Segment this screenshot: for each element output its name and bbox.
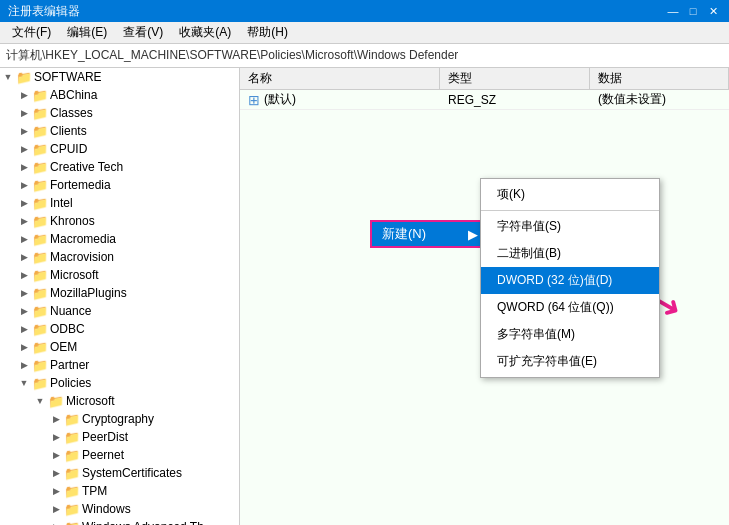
tree-item-peernet[interactable]: ▶📁Peernet (0, 446, 239, 464)
tree-toggle-partner[interactable]: ▶ (16, 357, 32, 373)
tree-item-peerdist[interactable]: ▶📁PeerDist (0, 428, 239, 446)
tree-label-pol-microsoft: Microsoft (66, 394, 115, 408)
tree-item-khronos[interactable]: ▶📁Khronos (0, 212, 239, 230)
minimize-button[interactable]: — (665, 3, 681, 19)
folder-icon-peerdist: 📁 (64, 429, 80, 445)
tree-label-macromedia: Macromedia (50, 232, 116, 246)
tree-label-fortemedia: Fortemedia (50, 178, 111, 192)
folder-icon-pol-microsoft: 📁 (48, 393, 64, 409)
folder-icon-microsoft: 📁 (32, 267, 48, 283)
tree-item-oem[interactable]: ▶📁OEM (0, 338, 239, 356)
tree-item-pol-microsoft[interactable]: ▼📁Microsoft (0, 392, 239, 410)
folder-icon-clients: 📁 (32, 123, 48, 139)
arrow-1-icon: ➜ (527, 189, 569, 235)
tree-toggle-windows-advanced[interactable]: ▶ (48, 519, 64, 525)
folder-icon-nuance: 📁 (32, 303, 48, 319)
menu-favorites[interactable]: 收藏夹(A) (171, 22, 239, 43)
tree-toggle-peerdist[interactable]: ▶ (48, 429, 64, 445)
submenu-item-multistring[interactable]: 多字符串值(M) (481, 321, 659, 348)
tree-item-tpm[interactable]: ▶📁TPM (0, 482, 239, 500)
close-button[interactable]: ✕ (705, 3, 721, 19)
title-bar-controls: — □ ✕ (665, 3, 721, 19)
tree-item-systemcerts[interactable]: ▶📁SystemCertificates (0, 464, 239, 482)
folder-icon-windows: 📁 (64, 501, 80, 517)
folder-icon-systemcerts: 📁 (64, 465, 80, 481)
tree-item-software[interactable]: ▼📁SOFTWARE (0, 68, 239, 86)
table-header: 名称 类型 数据 (240, 68, 729, 90)
tree-item-cryptography[interactable]: ▶📁Cryptography (0, 410, 239, 428)
folder-icon-macromedia: 📁 (32, 231, 48, 247)
submenu-item-string[interactable]: 字符串值(S) (481, 213, 659, 240)
tree-toggle-odbc[interactable]: ▶ (16, 321, 32, 337)
tree-toggle-abchina[interactable]: ▶ (16, 87, 32, 103)
tree-toggle-software[interactable]: ▼ (0, 69, 16, 85)
tree-toggle-microsoft[interactable]: ▶ (16, 267, 32, 283)
tree-item-windows-advanced[interactable]: ▶📁Windows Advanced Th... (0, 518, 239, 525)
tree-item-macromedia[interactable]: ▶📁Macromedia (0, 230, 239, 248)
col-header-type: 类型 (440, 68, 590, 89)
tree-label-windows-advanced: Windows Advanced Th... (82, 520, 214, 525)
tree-label-partner: Partner (50, 358, 89, 372)
tree-toggle-cryptography[interactable]: ▶ (48, 411, 64, 427)
tree-item-clients[interactable]: ▶📁Clients (0, 122, 239, 140)
folder-icon-fortemedia: 📁 (32, 177, 48, 193)
tree-item-nuance[interactable]: ▶📁Nuance (0, 302, 239, 320)
tree-toggle-windows[interactable]: ▶ (48, 501, 64, 517)
menu-view[interactable]: 查看(V) (115, 22, 171, 43)
tree-toggle-macromedia[interactable]: ▶ (16, 231, 32, 247)
tree-item-microsoft[interactable]: ▶📁Microsoft (0, 266, 239, 284)
tree-toggle-classes[interactable]: ▶ (16, 105, 32, 121)
tree-item-fortemedia[interactable]: ▶📁Fortemedia (0, 176, 239, 194)
tree-toggle-systemcerts[interactable]: ▶ (48, 465, 64, 481)
tree-label-odbc: ODBC (50, 322, 85, 336)
tree-label-cryptography: Cryptography (82, 412, 154, 426)
tree-toggle-clients[interactable]: ▶ (16, 123, 32, 139)
folder-icon-mozillaplugins: 📁 (32, 285, 48, 301)
tree-item-windows[interactable]: ▶📁Windows (0, 500, 239, 518)
tree-label-classes: Classes (50, 106, 93, 120)
menu-help[interactable]: 帮助(H) (239, 22, 296, 43)
tree-item-abchina[interactable]: ▶📁ABChina (0, 86, 239, 104)
menu-edit[interactable]: 编辑(E) (59, 22, 115, 43)
tree-panel[interactable]: ▼📁SOFTWARE▶📁ABChina▶📁Classes▶📁Clients▶📁C… (0, 68, 240, 525)
submenu-item-expandstring[interactable]: 可扩充字符串值(E) (481, 348, 659, 375)
submenu-item-qword[interactable]: QWORD (64 位值(Q)) (481, 294, 659, 321)
tree-toggle-fortemedia[interactable]: ▶ (16, 177, 32, 193)
table-row[interactable]: ⊞ (默认) REG_SZ (数值未设置) (240, 90, 729, 110)
tree-toggle-pol-microsoft[interactable]: ▼ (32, 393, 48, 409)
submenu-multistring-label: 多字符串值(M) (497, 326, 575, 343)
menu-file[interactable]: 文件(F) (4, 22, 59, 43)
tree-toggle-oem[interactable]: ▶ (16, 339, 32, 355)
folder-icon-intel: 📁 (32, 195, 48, 211)
submenu-item-dword[interactable]: DWORD (32 位)值(D) (481, 267, 659, 294)
submenu-separator-1 (481, 210, 659, 211)
tree-item-classes[interactable]: ▶📁Classes (0, 104, 239, 122)
submenu-item-binary[interactable]: 二进制值(B) (481, 240, 659, 267)
tree-toggle-cpuid[interactable]: ▶ (16, 141, 32, 157)
tree-toggle-creativetech[interactable]: ▶ (16, 159, 32, 175)
tree-toggle-macrovision[interactable]: ▶ (16, 249, 32, 265)
folder-icon-creativetech: 📁 (32, 159, 48, 175)
submenu-expandstring-label: 可扩充字符串值(E) (497, 353, 597, 370)
tree-toggle-intel[interactable]: ▶ (16, 195, 32, 211)
tree-item-macrovision[interactable]: ▶📁Macrovision (0, 248, 239, 266)
tree-item-mozillaplugins[interactable]: ▶📁MozillaPlugins (0, 284, 239, 302)
submenu-item-xiang[interactable]: 项(K) (481, 181, 659, 208)
new-menu-button[interactable]: 新建(N) ▶ (370, 220, 490, 248)
tree-toggle-peernet[interactable]: ▶ (48, 447, 64, 463)
tree-toggle-policies[interactable]: ▼ (16, 375, 32, 391)
tree-item-odbc[interactable]: ▶📁ODBC (0, 320, 239, 338)
tree-item-intel[interactable]: ▶📁Intel (0, 194, 239, 212)
tree-item-cpuid[interactable]: ▶📁CPUID (0, 140, 239, 158)
tree-label-software: SOFTWARE (34, 70, 102, 84)
tree-item-policies[interactable]: ▼📁Policies (0, 374, 239, 392)
tree-toggle-mozillaplugins[interactable]: ▶ (16, 285, 32, 301)
arrow-2-icon: ➜ (647, 282, 689, 328)
maximize-button[interactable]: □ (685, 3, 701, 19)
tree-toggle-tpm[interactable]: ▶ (48, 483, 64, 499)
tree-label-macrovision: Macrovision (50, 250, 114, 264)
tree-item-partner[interactable]: ▶📁Partner (0, 356, 239, 374)
tree-item-creativetech[interactable]: ▶📁Creative Tech (0, 158, 239, 176)
tree-toggle-nuance[interactable]: ▶ (16, 303, 32, 319)
tree-toggle-khronos[interactable]: ▶ (16, 213, 32, 229)
